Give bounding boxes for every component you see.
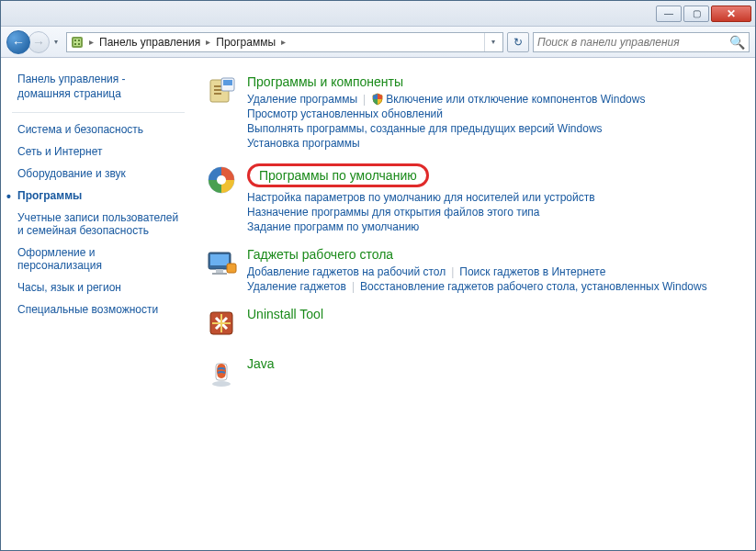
refresh-icon: ↻ bbox=[513, 36, 523, 49]
sidebar-item-7[interactable]: Специальные возможности bbox=[1, 298, 196, 320]
section-title-4[interactable]: Java bbox=[247, 356, 737, 371]
svg-point-20 bbox=[212, 381, 231, 387]
titlebar: — ▢ ✕ bbox=[1, 1, 755, 27]
link-separator: | bbox=[352, 280, 355, 293]
breadcrumb-sep-icon: ▸ bbox=[202, 37, 214, 47]
breadcrumb-sep-icon: ▸ bbox=[277, 37, 289, 47]
nav-buttons: ← → ▾ bbox=[6, 30, 62, 54]
sidebar-item-3[interactable]: Программы bbox=[1, 185, 196, 207]
svg-rect-3 bbox=[78, 39, 80, 41]
section-0-link-1[interactable]: Включение или отключение компонентов Win… bbox=[386, 92, 645, 107]
svg-rect-11 bbox=[223, 80, 232, 85]
link-separator: | bbox=[363, 93, 366, 106]
section-1-link-0[interactable]: Настройка параметров по умолчанию для но… bbox=[247, 190, 595, 205]
address-bar[interactable]: ▸ Панель управления ▸ Программы ▸ ▾ bbox=[66, 32, 503, 52]
search-box[interactable]: 🔍 bbox=[533, 32, 750, 52]
sidebar: Панель управления - домашняя страница Си… bbox=[1, 58, 196, 550]
sidebar-item-2[interactable]: Оборудование и звук bbox=[1, 163, 196, 185]
refresh-button[interactable]: ↻ bbox=[507, 32, 529, 52]
section-2-link-0[interactable]: Добавление гаджетов на рабочий стол bbox=[247, 264, 446, 279]
section-0-link-4[interactable]: Установка программы bbox=[247, 136, 360, 151]
body: Панель управления - домашняя страница Си… bbox=[1, 58, 755, 550]
sidebar-item-6[interactable]: Часы, язык и регион bbox=[1, 276, 196, 298]
section-1-link-2[interactable]: Задание программ по умолчанию bbox=[247, 219, 419, 234]
sidebar-item-4[interactable]: Учетные записи пользователей и семейная … bbox=[1, 207, 196, 242]
breadcrumb-segment-0[interactable]: Панель управления bbox=[97, 35, 202, 50]
search-input[interactable] bbox=[537, 36, 729, 49]
sidebar-home-link[interactable]: Панель управления - домашняя страница bbox=[1, 67, 196, 107]
sidebar-item-1[interactable]: Сеть и Интернет bbox=[1, 141, 196, 163]
section-icon-3 bbox=[203, 307, 240, 343]
section-title-2[interactable]: Гаджеты рабочего стола bbox=[247, 247, 737, 262]
control-panel-icon bbox=[69, 35, 85, 50]
sidebar-item-5[interactable]: Оформление и персонализация bbox=[1, 242, 196, 276]
svg-rect-9 bbox=[214, 93, 221, 95]
section-1: Программы по умолчаниюНастройка параметр… bbox=[203, 163, 737, 234]
section-icon-2 bbox=[203, 247, 240, 284]
section-icon-1 bbox=[203, 163, 240, 200]
maximize-button[interactable]: ▢ bbox=[683, 6, 709, 22]
section-0-link-0[interactable]: Удаление программы bbox=[247, 92, 357, 107]
minimize-button[interactable]: — bbox=[656, 6, 682, 22]
sidebar-separator bbox=[12, 112, 185, 113]
svg-rect-5 bbox=[78, 43, 80, 45]
svg-rect-16 bbox=[216, 269, 223, 273]
section-0: Программы и компонентыУдаление программы… bbox=[203, 74, 737, 151]
section-2-link-1[interactable]: Поиск гаджетов в Интернете bbox=[459, 264, 605, 279]
section-3: Uninstall Tool bbox=[203, 307, 737, 343]
link-separator: | bbox=[451, 265, 454, 278]
svg-rect-2 bbox=[74, 39, 76, 41]
navigation-bar: ← → ▾ ▸ Панель управления ▸ Программы ▸ … bbox=[1, 27, 755, 58]
section-0-link-2[interactable]: Просмотр установленных обновлений bbox=[247, 107, 443, 121]
section-title-3[interactable]: Uninstall Tool bbox=[247, 307, 737, 321]
svg-rect-4 bbox=[74, 43, 76, 45]
svg-point-13 bbox=[217, 175, 226, 185]
section-2-link-2[interactable]: Удаление гаджетов bbox=[247, 279, 346, 294]
section-0-link-3[interactable]: Выполнять программы, созданные для преды… bbox=[247, 121, 603, 136]
section-1-link-1[interactable]: Назначение программы для открытия файлов… bbox=[247, 205, 540, 219]
shield-icon bbox=[371, 93, 384, 106]
svg-rect-17 bbox=[212, 273, 227, 275]
breadcrumb-sep-icon: ▸ bbox=[85, 37, 97, 47]
section-2: Гаджеты рабочего столаДобавление гаджето… bbox=[203, 247, 737, 294]
control-panel-window: — ▢ ✕ ← → ▾ ▸ Панель управления ▸ Програ… bbox=[0, 0, 756, 551]
section-icon-4 bbox=[203, 356, 240, 393]
section-4: Java bbox=[203, 356, 737, 393]
section-title-1[interactable]: Программы по умолчанию bbox=[247, 163, 429, 187]
breadcrumb-segment-1[interactable]: Программы bbox=[214, 35, 277, 50]
section-2-link-3[interactable]: Восстановление гаджетов рабочего стола, … bbox=[360, 279, 707, 294]
forward-button[interactable]: → bbox=[28, 31, 50, 53]
svg-rect-15 bbox=[210, 254, 229, 265]
back-button[interactable]: ← bbox=[6, 30, 30, 54]
close-button[interactable]: ✕ bbox=[711, 6, 751, 22]
address-dropdown-icon[interactable]: ▾ bbox=[484, 33, 501, 51]
svg-rect-18 bbox=[227, 264, 236, 273]
nav-history-dropdown[interactable]: ▾ bbox=[50, 34, 62, 51]
section-title-0[interactable]: Программы и компоненты bbox=[247, 74, 737, 89]
sidebar-item-0[interactable]: Система и безопасность bbox=[1, 118, 196, 141]
content-pane: Программы и компонентыУдаление программы… bbox=[196, 58, 755, 550]
section-icon-0 bbox=[203, 74, 240, 111]
search-icon[interactable]: 🔍 bbox=[729, 35, 745, 50]
